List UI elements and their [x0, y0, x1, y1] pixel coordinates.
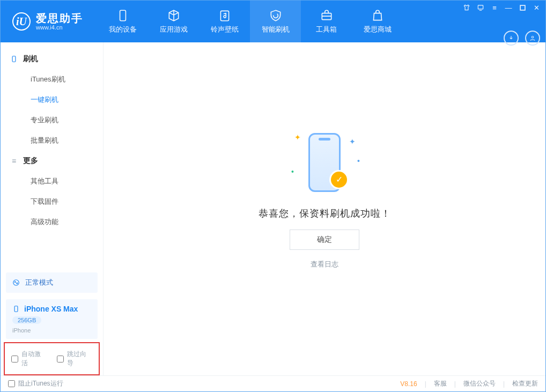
skip-guide-checkbox[interactable]: 跳过向导 [57, 350, 93, 368]
app-name: 爱思助手 [36, 12, 83, 24]
sidebar: 刷机 iTunes刷机 一键刷机 专业刷机 批量刷机 ≡ 更多 其他工具 下载固… [1, 42, 104, 375]
list-icon: ≡ [10, 157, 18, 165]
ok-button[interactable]: 确定 [290, 230, 359, 250]
status-bar: 阻止iTunes运行 V8.16 | 客服 | 微信公众号 | 检查更新 [1, 375, 545, 391]
tab-smart-flash[interactable]: 智能刷机 [250, 1, 301, 42]
tab-apps-games[interactable]: 应用游戏 [148, 1, 199, 42]
tab-label: 爱思商城 [364, 25, 392, 34]
separator: | [425, 380, 426, 388]
device-capacity-badge: 256GB [12, 316, 41, 324]
sparkle-icon: ✦ [349, 137, 356, 146]
nav-pro-flash[interactable]: 专业刷机 [1, 110, 103, 130]
tab-store[interactable]: 爱思商城 [352, 1, 403, 42]
auto-activate-input[interactable] [11, 356, 18, 363]
app-header: iU 爱思助手 www.i4.cn 我的设备 应用游戏 铃声壁纸 智能刷机 工具… [1, 1, 545, 42]
skip-guide-input[interactable] [57, 356, 64, 363]
tab-ringtone-wallpaper[interactable]: 铃声壁纸 [199, 1, 250, 42]
svg-rect-6 [12, 56, 16, 62]
app-domain: www.i4.cn [36, 24, 83, 31]
check-badge-icon: ✓ [331, 172, 347, 188]
main-tabs: 我的设备 应用游戏 铃声壁纸 智能刷机 工具箱 爱思商城 [97, 1, 403, 42]
tab-label: 智能刷机 [262, 25, 290, 34]
music-icon [218, 9, 232, 23]
cube-icon [167, 9, 181, 23]
tab-label: 我的设备 [109, 25, 137, 34]
footer-link-support[interactable]: 客服 [434, 379, 447, 388]
auto-activate-checkbox[interactable]: 自动激活 [11, 350, 47, 368]
minimize-icon[interactable]: — [505, 4, 512, 11]
app-logo: iU 爱思助手 www.i4.cn [1, 1, 97, 42]
svg-rect-0 [120, 10, 126, 21]
separator: | [503, 380, 505, 388]
sparkle-icon: • [291, 167, 294, 176]
footer-link-update[interactable]: 检查更新 [512, 379, 538, 388]
svg-point-7 [13, 280, 19, 286]
version-label: V8.16 [400, 380, 417, 388]
logo-mark-icon: iU [12, 12, 31, 31]
bag-icon [371, 9, 385, 23]
auto-activate-label: 自动激活 [21, 350, 47, 368]
group-label: 更多 [23, 156, 38, 166]
toolbox-icon [320, 9, 334, 23]
header-right: ≡ — ✕ [463, 1, 545, 42]
menu-icon[interactable]: ≡ [491, 4, 498, 11]
phone-icon [10, 55, 18, 63]
sparkle-icon: • [357, 157, 360, 165]
separator: | [454, 380, 456, 388]
sidebar-group-more: ≡ 更多 [1, 151, 103, 171]
tab-my-device[interactable]: 我的设备 [97, 1, 148, 42]
success-illustration: ✦ ✦ • • ✓ [292, 128, 357, 197]
device-mode-box[interactable]: 正常模式 [6, 272, 98, 293]
nav-other-tools[interactable]: 其他工具 [1, 171, 103, 191]
success-message: 恭喜您，保资料刷机成功啦！ [259, 207, 391, 220]
mode-label: 正常模式 [25, 278, 53, 287]
refresh-shield-icon [269, 9, 283, 23]
nav-oneclick-flash[interactable]: 一键刷机 [1, 90, 103, 110]
nav-download-firmware[interactable]: 下载固件 [1, 191, 103, 212]
device-icon [116, 9, 130, 23]
nav-itunes-flash[interactable]: iTunes刷机 [1, 69, 103, 90]
footer-link-wechat[interactable]: 微信公众号 [463, 379, 496, 388]
svg-point-5 [532, 36, 534, 39]
device-info-box[interactable]: iPhone XS Max 256GB iPhone [6, 299, 98, 339]
svg-rect-3 [478, 5, 483, 9]
tab-label: 铃声壁纸 [211, 25, 239, 34]
maximize-icon[interactable] [519, 4, 526, 11]
shirt-icon[interactable] [463, 4, 470, 11]
nav-batch-flash[interactable]: 批量刷机 [1, 130, 103, 151]
sidebar-group-flash: 刷机 [1, 49, 103, 69]
tab-label: 应用游戏 [160, 25, 188, 34]
window-controls: ≡ — ✕ [463, 4, 540, 11]
block-itunes-checkbox[interactable] [8, 380, 15, 387]
svg-rect-4 [520, 5, 525, 10]
feedback-icon[interactable] [477, 4, 484, 11]
mode-icon [12, 279, 20, 286]
block-itunes-label: 阻止iTunes运行 [18, 379, 63, 388]
svg-point-8 [14, 282, 16, 283]
svg-point-9 [17, 283, 18, 284]
skip-guide-label: 跳过向导 [67, 350, 93, 368]
view-log-link[interactable]: 查看日志 [311, 260, 338, 269]
group-label: 刷机 [23, 54, 38, 64]
main-content: ✦ ✦ • • ✓ 恭喜您，保资料刷机成功啦！ 确定 查看日志 [104, 42, 545, 375]
nav-advanced[interactable]: 高级功能 [1, 212, 103, 232]
tab-label: 工具箱 [316, 25, 337, 34]
device-small-icon [12, 305, 20, 313]
tab-toolbox[interactable]: 工具箱 [301, 1, 352, 42]
flash-options-row: 自动激活 跳过向导 [4, 342, 100, 375]
success-panel: ✦ ✦ • • ✓ 恭喜您，保资料刷机成功啦！ 确定 查看日志 [259, 128, 391, 269]
sidebar-nav: 刷机 iTunes刷机 一键刷机 专业刷机 批量刷机 ≡ 更多 其他工具 下载固… [1, 42, 103, 232]
sparkle-icon: ✦ [294, 133, 301, 142]
device-type: iPhone [12, 327, 31, 334]
svg-rect-10 [14, 306, 18, 312]
device-name: iPhone XS Max [24, 305, 78, 313]
close-icon[interactable]: ✕ [533, 4, 540, 11]
